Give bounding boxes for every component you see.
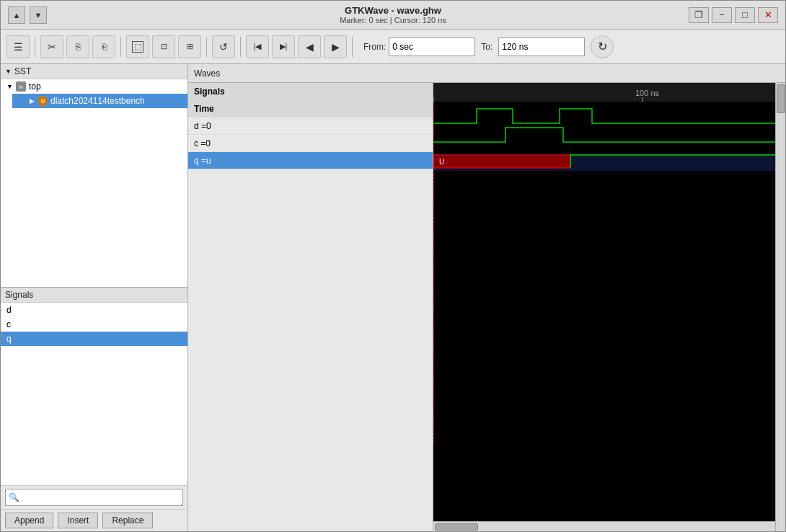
signal-row-c[interactable]: c =0 [188, 135, 433, 152]
tree-item-dlatch-label: dlatch2024114testbench [50, 96, 145, 106]
signal-c-label: c [6, 319, 11, 329]
signal-row-d[interactable]: d =0 [188, 118, 433, 135]
from-input[interactable] [389, 37, 475, 56]
next-button[interactable]: ▶ [324, 35, 347, 58]
select-icon: ⬚ [132, 41, 143, 53]
replace-button[interactable]: Replace [102, 513, 153, 528]
menu-button[interactable]: ☰ [6, 35, 30, 58]
bottom-buttons: Append Insert Replace [1, 509, 187, 531]
close-btn[interactable]: ✕ [758, 7, 778, 23]
time-row: Time [188, 100, 433, 118]
restore2-btn[interactable]: ❐ [689, 7, 709, 23]
reload-icon: ↻ [598, 40, 607, 53]
left-panel: ▼ SST ▼ m top ▶ ⚙ dlatch2024114testbench [1, 64, 188, 531]
copy-button[interactable]: ⎘ [66, 35, 89, 58]
signals-col-header-row: Signals [188, 83, 433, 100]
from-label: From: [363, 42, 386, 52]
tree-item-dlatch[interactable]: ▶ ⚙ dlatch2024114testbench [12, 94, 187, 108]
restore-btn[interactable]: □ [735, 7, 755, 23]
signals-column: Signals Time d =0 c =0 q =u [188, 83, 433, 531]
timeline-label: 100 ns [635, 89, 660, 97]
signal-q-label: q [6, 334, 12, 344]
last-button[interactable]: ▶| [272, 35, 295, 58]
window-subtitle: Marker: 0 sec | Cursor: 120 ns [340, 16, 446, 25]
to-label: To: [481, 42, 493, 52]
sst-collapse-icon[interactable]: ▼ [5, 68, 12, 75]
titlebar-up-btn[interactable]: ▲ [8, 6, 25, 24]
sst-section: ▼ SST ▼ m top ▶ ⚙ dlatch2024114testbench [1, 64, 187, 288]
sst-tree: ▼ m top ▶ ⚙ dlatch2024114testbench [1, 79, 187, 287]
v-scrollbar[interactable] [775, 83, 785, 531]
undo-icon: ↺ [219, 41, 228, 53]
cut-button[interactable]: ✂ [40, 35, 63, 58]
signals-col-time-label: Signals [194, 87, 225, 97]
first-icon: |◀ [254, 42, 262, 51]
paste-button[interactable]: ⎗ [92, 35, 115, 58]
signal-row-c-label: c =0 [194, 138, 211, 148]
prev-button[interactable]: ◀ [298, 35, 321, 58]
signals-bottom-header: Signals [1, 288, 187, 303]
zoom-fit-button[interactable]: ⊡ [152, 35, 175, 58]
v-scrollbar-thumb[interactable] [777, 84, 785, 113]
cut-icon: ✂ [48, 41, 56, 53]
next-icon: ▶ [332, 41, 340, 53]
paste-icon: ⎗ [102, 42, 107, 52]
main-content: ▼ SST ▼ m top ▶ ⚙ dlatch2024114testbench [1, 64, 785, 531]
tree-expand-icon: ▼ [6, 83, 13, 90]
tree-expand-icon-2: ▶ [30, 97, 35, 105]
right-panel: Waves Signals Time d =0 c =0 [188, 64, 785, 531]
signal-item-c[interactable]: c [1, 317, 187, 332]
append-button[interactable]: Append [5, 513, 53, 528]
svg-rect-0 [433, 83, 775, 102]
sst-header: ▼ SST [1, 64, 187, 79]
search-input[interactable] [5, 489, 183, 506]
signal-row-d-label: d =0 [194, 121, 211, 131]
prev-icon: ◀ [306, 41, 314, 53]
last-icon: ▶| [280, 42, 288, 51]
insert-button[interactable]: Insert [58, 513, 98, 528]
sst-label: SST [14, 66, 31, 76]
titlebar-right-buttons: ❐ − □ ✕ [689, 7, 778, 23]
zoom-fit-icon: ⊡ [161, 42, 167, 51]
append-label: Append [14, 515, 44, 526]
waveform-svg: 100 ns [433, 83, 775, 521]
select-button[interactable]: ⬚ [126, 35, 149, 58]
svg-rect-4 [433, 155, 570, 168]
signals-list: d c q [1, 303, 187, 485]
h-scrollbar-thumb[interactable] [435, 523, 478, 531]
toolbar-sep-1 [35, 37, 35, 57]
toolbar-sep-5 [352, 37, 353, 57]
waveform-canvas[interactable]: 100 ns [433, 83, 775, 521]
time-label: Time [194, 104, 214, 114]
toolbar-sep-2 [120, 37, 121, 57]
main-window: ▲ ▼ GTKWave - wave.ghw Marker: 0 sec | C… [0, 0, 786, 532]
zoom-full-icon: ⊞ [187, 42, 193, 51]
signal-row-q[interactable]: q =u [188, 152, 433, 169]
toolbar-sep-3 [206, 37, 207, 57]
toolbar: ☰ ✂ ⎘ ⎗ ⬚ ⊡ ⊞ ↺ |◀ ▶| [1, 30, 785, 64]
tree-item-top[interactable]: ▼ m top [1, 79, 187, 94]
window-title: GTKWave - wave.ghw [345, 5, 441, 16]
waveform-area: 100 ns [433, 83, 775, 531]
reload-button[interactable]: ↻ [591, 35, 614, 58]
titlebar-down-btn[interactable]: ▼ [30, 6, 47, 24]
titlebar-center: GTKWave - wave.ghw Marker: 0 sec | Curso… [340, 5, 446, 25]
zoom-full-button[interactable]: ⊞ [178, 35, 201, 58]
component-icon: ⚙ [37, 96, 48, 106]
signal-d-label: d [6, 305, 12, 315]
signal-item-q[interactable]: q [1, 332, 187, 346]
first-button[interactable]: |◀ [246, 35, 269, 58]
replace-label: Replace [112, 515, 143, 526]
signals-bottom-section: Signals d c q 🔍 [1, 288, 187, 531]
menu-icon: ☰ [14, 41, 23, 53]
undo-button[interactable]: ↺ [212, 35, 235, 58]
minimize-btn[interactable]: − [712, 7, 732, 23]
waves-label: Waves [194, 68, 220, 79]
waves-header: Waves [188, 64, 785, 83]
signal-item-d[interactable]: d [1, 303, 187, 317]
h-scrollbar[interactable] [433, 521, 775, 531]
module-icon: m [16, 81, 26, 92]
signal-row-q-label: q =u [194, 156, 211, 166]
search-bar: 🔍 [1, 485, 187, 509]
to-input[interactable] [498, 37, 585, 56]
